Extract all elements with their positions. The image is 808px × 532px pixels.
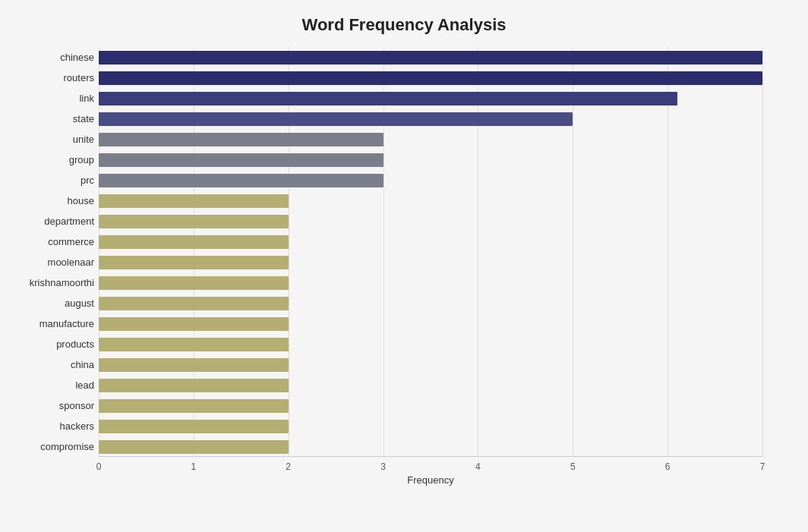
bar-label: sponsor <box>7 400 94 411</box>
bar-row: lead <box>99 377 762 394</box>
x-tick: 6 <box>665 461 671 472</box>
bar-label: products <box>7 338 94 350</box>
bar-row: state <box>99 111 762 127</box>
x-axis: Frequency 01234567 <box>99 457 762 487</box>
bar <box>99 317 289 331</box>
bar-label: department <box>7 216 94 227</box>
bar <box>99 256 289 269</box>
bar-row: unite <box>99 131 762 148</box>
bar-label: group <box>7 154 94 165</box>
bar-label: commerce <box>7 236 94 247</box>
bar-label: china <box>7 359 94 370</box>
bar-row: group <box>99 152 762 168</box>
bar <box>99 194 289 208</box>
x-tick: 0 <box>96 461 102 472</box>
bar-label: hackers <box>7 420 94 432</box>
bar <box>99 133 383 146</box>
bar-row: house <box>99 193 762 209</box>
x-tick: 2 <box>286 461 291 472</box>
bar <box>99 338 289 351</box>
bar <box>99 297 289 310</box>
bar <box>99 112 573 126</box>
bar-row: hackers <box>99 418 762 435</box>
bar-label: unite <box>7 134 94 145</box>
x-axis-label: Frequency <box>407 474 453 486</box>
x-tick: 1 <box>191 461 197 472</box>
bar-row: products <box>99 336 762 353</box>
bar <box>99 379 289 392</box>
bar-row: krishnamoorthi <box>99 275 762 291</box>
x-tick: 3 <box>380 461 386 472</box>
bar-label: manufacture <box>7 318 94 329</box>
bar <box>99 51 762 65</box>
bar-row: routers <box>99 70 762 87</box>
x-tick: 5 <box>570 461 576 472</box>
bar-label: state <box>7 113 94 124</box>
bar-row: august <box>99 295 762 312</box>
bar <box>99 440 289 454</box>
bars-wrapper: chineserouterslinkstateunitegroupprchous… <box>99 47 762 457</box>
chart-container: Word Frequency Analysis chineseroutersli… <box>0 0 808 532</box>
bar <box>99 174 383 187</box>
bar <box>99 92 677 105</box>
bar <box>99 358 289 372</box>
x-tick: 7 <box>760 461 765 472</box>
bar-row: commerce <box>99 234 762 250</box>
bar-label: prc <box>7 175 94 186</box>
bar-row: chinese <box>99 49 762 66</box>
bar-label: moolenaar <box>7 257 94 268</box>
bar <box>99 420 289 433</box>
bar <box>99 235 289 249</box>
bar <box>99 399 289 413</box>
bar-row: compromise <box>99 439 762 455</box>
bar <box>99 153 383 167</box>
chart-area: chineserouterslinkstateunitegroupprchous… <box>99 47 762 487</box>
bar-row: moolenaar <box>99 254 762 271</box>
bar <box>99 215 289 228</box>
bar-row: sponsor <box>99 398 762 414</box>
chart-title: Word Frequency Analysis <box>46 15 762 35</box>
bar-row: china <box>99 357 762 373</box>
bar-label: house <box>7 195 94 206</box>
bar-label: routers <box>7 72 94 83</box>
bar-label: august <box>7 297 94 309</box>
bar-label: chinese <box>7 52 94 63</box>
bar-label: link <box>7 93 94 104</box>
bar-row: link <box>99 90 762 107</box>
bar <box>99 276 289 290</box>
bar <box>99 71 762 85</box>
bar-label: krishnamoorthi <box>7 277 94 288</box>
x-tick: 4 <box>475 461 481 472</box>
bar-label: lead <box>7 379 94 391</box>
grid-line <box>762 47 763 457</box>
bar-row: manufacture <box>99 316 762 332</box>
bar-row: department <box>99 213 762 230</box>
bar-row: prc <box>99 172 762 189</box>
bar-label: compromise <box>7 441 94 452</box>
